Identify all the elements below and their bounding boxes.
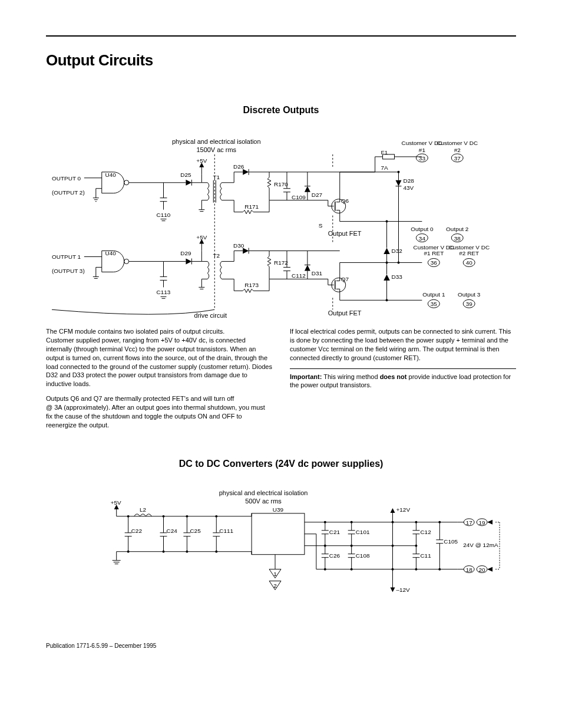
output1-sub: (OUTPUT 3) [52,268,85,274]
header-rule [46,35,516,37]
svg-marker-82 [384,248,390,254]
svg-text:C12: C12 [420,529,431,535]
d28: D28 [403,177,414,184]
plus5v-dc: +5V [111,499,121,506]
m12v: –12V [396,587,410,593]
d32: D32 [392,248,403,254]
custvdc2-a: Customer V DC [437,140,478,146]
svg-marker-267 [487,520,492,525]
output0-sub: (OUTPUT 2) [52,189,85,196]
p2: Customer supplied power, ranging from +5… [46,337,272,387]
svg-text:17: 17 [466,519,473,526]
svg-point-3 [124,180,129,185]
dcdc-diagram: physical and electrical isolation 500V a… [46,487,516,616]
custvdc2-b: #2 [454,147,461,153]
u39: U39 [273,506,284,513]
pin40: 40 [466,259,473,266]
discrete-outputs-text: The CFM module contains two isolated pai… [46,327,516,435]
svg-text:18: 18 [466,566,473,573]
svg-point-95 [124,259,129,263]
svg-marker-48 [305,186,310,192]
important-label: Important: [290,373,322,380]
svg-text:C101: C101 [356,529,370,535]
important-rule-top [290,368,516,369]
svg-point-193 [163,551,165,553]
section-discrete-outputs-heading: Discrete Outputs [46,105,516,116]
svg-point-188 [127,515,130,518]
iso-label: physical and electrical isolation [172,138,261,145]
tri1: 1 [273,571,277,577]
pin35: 35 [431,301,438,307]
svg-point-237 [392,545,394,547]
plus5v-1: +5V [196,157,207,164]
v24: 24V @ 12mA [463,542,498,548]
d26: D26 [233,163,244,170]
svg-point-153 [386,261,388,263]
pin38: 38 [454,235,461,242]
cap-c111: C111 [213,516,233,552]
out1-lbl: Output 1 [422,291,445,298]
f1-val: 7A [381,164,389,171]
svg-marker-121 [243,248,249,254]
svg-point-81 [386,220,388,223]
svg-point-229 [324,545,326,547]
p1: The CFM module contains two isolated pai… [46,328,224,335]
c109: C109 [292,194,306,200]
svg-point-231 [324,568,326,571]
t1: T1 [213,174,220,180]
svg-marker-137 [305,265,310,271]
r170: R170 [274,181,288,187]
svg-point-189 [163,515,165,518]
svg-marker-32 [243,169,249,175]
svg-point-227 [324,521,326,523]
svg-point-252 [415,521,417,523]
svg-point-230 [351,545,353,547]
svg-point-260 [438,521,441,523]
svg-marker-150 [384,274,390,280]
svg-text:20: 20 [479,566,486,573]
t2: T2 [213,252,220,259]
custvdc1-b: #1 [419,147,426,153]
svg-text:C108: C108 [356,552,370,559]
svg-point-253 [415,545,417,547]
iso-value2: 500V ac rms [245,498,282,505]
svg-point-155 [386,299,388,301]
cap-c22: C22 [125,516,143,552]
svg-point-190 [186,515,188,518]
p4: @ 3A (approximately). After an output go… [46,404,265,429]
plus5v-2: +5V [196,234,207,241]
important-note: Important: This wiring method does not p… [290,373,516,390]
d28-val: 43V [403,185,414,191]
tri2: 2 [273,582,277,589]
svg-point-195 [215,551,217,553]
r172: R172 [274,259,288,266]
svg-point-191 [215,515,217,518]
svg-text:C25: C25 [190,528,201,534]
u40-2: U40 [105,250,117,256]
pin36: 36 [431,259,438,266]
page-title: Output Circuits [46,51,516,70]
cap-c24: C24 [160,516,178,552]
output1-label: OUTPUT 1 [52,253,81,260]
out3-lbl: Output 3 [458,291,481,298]
svg-marker-272 [487,567,492,572]
p5: If local electrical codes permit, output… [290,327,516,362]
pin33: 33 [419,155,426,162]
p3: Outputs Q6 and Q7 are thermally protecte… [46,395,234,402]
out0-lbl: Output 0 [411,226,434,232]
output0-label: OUTPUT 0 [52,175,81,182]
svg-text:#2 RET: #2 RET [459,250,479,256]
svg-point-194 [186,551,188,553]
r171: R171 [244,203,259,210]
svg-point-228 [351,521,353,523]
svg-text:C26: C26 [329,552,340,559]
pin34: 34 [419,235,426,242]
c112: C112 [292,272,306,279]
drive-circuit: drive circuit [194,312,227,319]
svg-text:#1 RET: #1 RET [424,250,444,256]
svg-text:C111: C111 [219,528,233,534]
svg-marker-17 [186,180,191,186]
svg-text:19: 19 [479,519,486,526]
d27: D27 [312,192,323,198]
output-fet-1: Output FET [328,230,362,237]
